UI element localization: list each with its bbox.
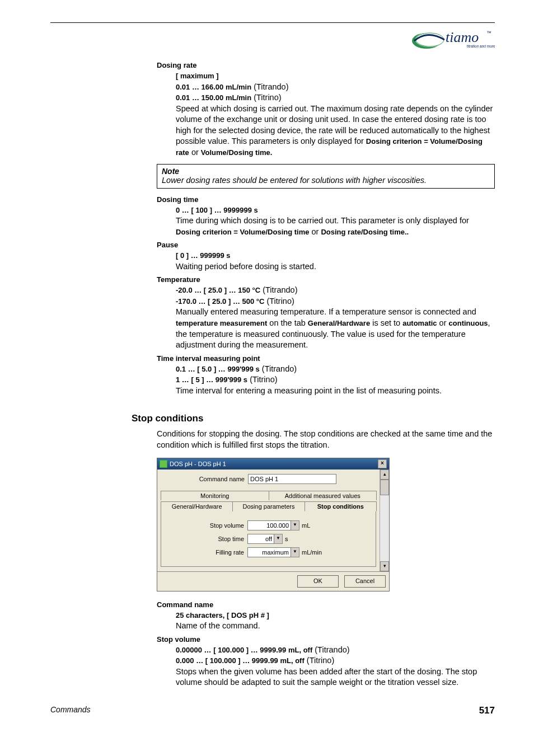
logo-row: tiamo ™ titration and more [50,27,495,51]
stop-volume-input[interactable]: 100.000 [247,520,291,530]
param-dosing-time-body: 0 … [ 100 ] … 9999999 s Time during whic… [176,205,495,238]
scroll-down-icon[interactable]: ▾ [380,561,389,571]
scroll-up-icon[interactable]: ▴ [380,469,389,480]
tab-additional-measured-values[interactable]: Additional measured values [269,491,377,500]
stop-volume-unit: mL [302,522,310,529]
scroll-thumb[interactable] [380,480,389,495]
ok-button[interactable]: OK [297,575,339,588]
tab-panel-stop-conditions: Stop volume 100.000 ▼ mL Stop time off ▼… [161,511,376,567]
param-command-name-label: Command name [157,600,495,609]
param-temperature-body: -20.0 … [ 25.0 ] … 150 °C (Titrando) -17… [176,285,495,350]
filling-rate-input[interactable]: maximum [247,547,291,557]
stop-time-unit: s [285,536,288,542]
stop-time-input[interactable]: off [247,534,274,544]
param-pause-body: [ 0 ] … 999999 s Waiting period before d… [176,250,495,272]
tab-stop-conditions[interactable]: Stop conditions [305,501,377,511]
note-title: Note [162,167,490,176]
section-stop-conditions: Stop conditions [132,413,495,424]
dialog-titlebar: DOS pH - DOS pH 1 × [157,458,389,469]
param-stop-volume-label: Stop volume [157,635,495,644]
logo-tagline: titration and more [467,44,495,48]
tab-dosing-parameters[interactable]: Dosing parameters [232,501,305,511]
cancel-button[interactable]: Cancel [344,575,386,588]
chevron-down-icon[interactable]: ▼ [291,547,299,557]
chevron-down-icon[interactable]: ▼ [291,520,299,530]
filling-rate-label: Filling rate [166,549,247,556]
param-dosing-time-label: Dosing time [157,195,495,204]
dialog-title: DOS pH - DOS pH 1 [170,461,226,467]
param-command-name-body: 25 characters, [ DOS pH # ] Name of the … [176,610,495,632]
filling-rate-unit: mL/min [302,549,322,556]
dialog-scrollbar[interactable]: ▴ ▾ [380,469,389,571]
note-box: Note Lower dosing rates should be entere… [157,164,495,189]
tab-monitoring[interactable]: Monitoring [161,491,269,500]
dialog-dos-ph: DOS pH - DOS pH 1 × Command name DOS pH … [157,458,390,591]
command-name-label: Command name [161,476,248,482]
app-icon [160,460,167,468]
stop-time-label: Stop time [166,536,247,542]
logo-brand: tiamo [446,29,479,45]
chevron-down-icon[interactable]: ▼ [274,534,283,544]
param-stop-volume-body: 0.00000 … [ 100.000 ] … 9999.99 mL, off … [176,645,495,688]
note-text: Lower dosing rates should be entered for… [162,176,490,185]
tiamo-logo: tiamo ™ titration and more [411,27,495,51]
param-time-interval-label: Time interval measuring point [157,354,495,363]
param-time-interval-body: 0.1 … [ 5.0 ] … 999'999 s (Titrando) 1 …… [176,364,495,397]
tab-general-hardware[interactable]: General/Hardware [161,501,233,511]
param-dosing-rate-label: Dosing rate [157,61,495,69]
section-stop-intro: Conditions for stopping the dosing. The … [157,429,495,450]
close-icon[interactable]: × [378,459,387,468]
param-dosing-rate-body: [ maximum ] 0.01 … 166.00 mL/min (Titran… [176,71,495,158]
page-number: 517 [479,705,495,716]
footer-section: Commands [50,705,91,716]
scroll-track[interactable] [380,480,389,561]
param-pause-label: Pause [157,241,495,249]
command-name-input[interactable]: DOS pH 1 [248,474,336,484]
param-temperature-label: Temperature [157,275,495,284]
stop-volume-label: Stop volume [166,522,247,529]
logo-tm: ™ [486,30,491,36]
